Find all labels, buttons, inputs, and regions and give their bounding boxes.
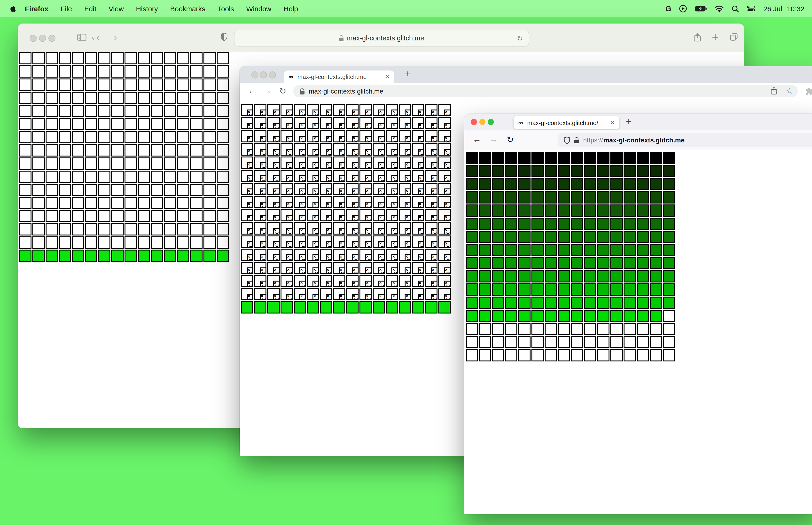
broken-image-curve xyxy=(275,178,279,181)
shield-icon[interactable] xyxy=(221,32,227,41)
broken-image-curve xyxy=(381,165,384,168)
broken-image-icon: × xyxy=(444,228,451,235)
menu-edit[interactable]: Edit xyxy=(78,5,103,13)
broken-image-icon: × xyxy=(378,228,385,235)
new-tab-icon[interactable]: + xyxy=(712,31,719,44)
new-tab-button[interactable]: + xyxy=(405,69,411,79)
close-button[interactable] xyxy=(471,119,477,125)
tab-overview-icon[interactable] xyxy=(730,33,738,41)
minimize-button[interactable] xyxy=(39,35,46,42)
broken-image-icon: × xyxy=(378,109,385,116)
refresh-icon[interactable]: ↻ xyxy=(507,134,514,145)
forward-button[interactable]: › xyxy=(113,31,117,43)
safari-url-field[interactable]: max-gl-contexts.glitch.me ↻ xyxy=(234,30,529,46)
broken-image-icon: × xyxy=(286,123,293,129)
grid-cell xyxy=(111,92,124,104)
grid-cell xyxy=(177,118,189,130)
zoom-button[interactable] xyxy=(48,35,56,42)
zoom-button[interactable] xyxy=(488,119,494,125)
grid-cell: × xyxy=(280,144,293,155)
grid-cell: × xyxy=(280,104,293,116)
broken-image-icon: × xyxy=(444,109,451,116)
grid-cell: × xyxy=(399,130,411,142)
chrome-tab[interactable]: ∞ max-gl-contexts.glitch.me ✕ xyxy=(284,71,394,83)
grid-cell: × xyxy=(412,236,424,248)
grid-cell xyxy=(492,336,504,348)
menu-view[interactable]: View xyxy=(103,5,130,13)
grid-cell xyxy=(72,223,84,236)
grid-cell xyxy=(571,152,583,164)
forward-button[interactable]: → xyxy=(263,86,272,96)
menu-bookmarks[interactable]: Bookmarks xyxy=(164,5,212,13)
refresh-icon[interactable]: ↻ xyxy=(279,86,286,96)
refresh-icon[interactable]: ↻ xyxy=(517,34,523,43)
control-center-icon[interactable] xyxy=(747,6,755,12)
tab-close-icon[interactable]: ✕ xyxy=(385,73,389,80)
back-button[interactable]: ← xyxy=(248,86,257,96)
broken-image-curve xyxy=(289,217,292,221)
firefox-url-field[interactable]: https:// max-gl-contexts.glitch.me xyxy=(558,133,812,147)
back-button[interactable]: ← xyxy=(473,134,481,144)
share-icon[interactable] xyxy=(693,32,701,42)
grid-cell xyxy=(32,210,45,222)
menu-firefox[interactable]: Firefox xyxy=(17,5,55,13)
share-icon[interactable] xyxy=(771,87,777,95)
grid-row xyxy=(465,243,676,257)
back-button[interactable]: ‹ xyxy=(96,31,100,43)
firefox-tab[interactable]: ∞ max-gl-contexts.glitch.me/ ✕ xyxy=(514,116,619,129)
menu-help[interactable]: Help xyxy=(277,5,304,13)
tab-close-icon[interactable]: ✕ xyxy=(610,119,615,126)
menu-window[interactable]: Window xyxy=(240,5,277,13)
zoom-button[interactable] xyxy=(269,72,276,78)
apple-menu-icon[interactable] xyxy=(10,4,17,13)
forward-button[interactable]: → xyxy=(490,134,498,144)
google-icon[interactable]: G xyxy=(665,4,671,13)
grid-cell xyxy=(584,231,596,243)
menu-bar-clock[interactable]: 26 Jul 10:32 xyxy=(763,5,805,13)
close-button[interactable] xyxy=(251,72,258,78)
menu-history[interactable]: History xyxy=(130,5,164,13)
broken-image-icon: × xyxy=(404,109,411,116)
grid-cell xyxy=(111,250,124,262)
grid-cell xyxy=(203,118,216,130)
broken-image-icon: × xyxy=(352,215,358,221)
menu-file[interactable]: File xyxy=(55,5,78,13)
broken-image-icon: × xyxy=(392,162,398,169)
extensions-puzzle-icon[interactable] xyxy=(806,87,812,95)
wifi-icon[interactable] xyxy=(715,5,724,13)
chevron-down-icon[interactable]: ∨ xyxy=(91,35,95,41)
grid-cell xyxy=(584,191,596,204)
grid-cell: × xyxy=(241,144,253,155)
tracking-shield-icon[interactable] xyxy=(564,136,570,144)
broken-image-curve xyxy=(394,217,397,221)
broken-image-icon: × xyxy=(431,201,438,208)
chrome-url-field[interactable]: max-gl-contexts.glitch.me xyxy=(293,85,798,97)
grid-cell: × xyxy=(280,222,293,235)
grid-cell xyxy=(124,197,137,209)
broken-image-curve xyxy=(315,178,318,181)
grid-cell xyxy=(151,250,163,262)
battery-icon[interactable] xyxy=(695,6,707,12)
grid-cell xyxy=(151,236,163,249)
broken-image-curve xyxy=(433,270,436,273)
close-button[interactable] xyxy=(30,35,37,42)
search-icon[interactable] xyxy=(732,5,739,13)
broken-image-curve xyxy=(381,243,384,247)
menu-tools[interactable]: Tools xyxy=(212,5,240,13)
minimize-button[interactable] xyxy=(479,119,486,125)
broken-image-icon: × xyxy=(418,162,424,169)
grid-cell xyxy=(203,197,216,209)
broken-image-curve xyxy=(420,257,424,260)
broken-image-curve xyxy=(328,230,331,234)
new-tab-button[interactable]: + xyxy=(626,116,631,127)
grid-cell xyxy=(138,250,150,262)
play-circle-icon[interactable] xyxy=(679,5,687,13)
bookmark-star-icon[interactable]: ☆ xyxy=(786,86,794,96)
grid-cell xyxy=(72,250,84,262)
grid-row xyxy=(465,270,676,283)
broken-image-icon: × xyxy=(404,228,411,235)
grid-cell: × xyxy=(307,222,319,235)
minimize-button[interactable] xyxy=(260,72,267,78)
lock-icon[interactable] xyxy=(574,139,579,143)
sidebar-icon[interactable] xyxy=(77,33,87,41)
